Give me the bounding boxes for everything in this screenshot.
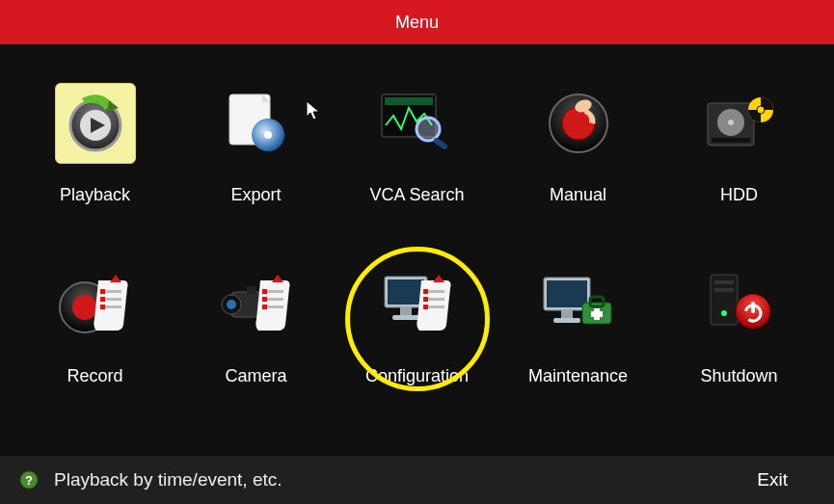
svg-rect-50 — [423, 297, 428, 302]
menu-label: Shutdown — [700, 366, 777, 386]
svg-marker-30 — [110, 275, 121, 282]
svg-rect-38 — [262, 289, 267, 294]
menu-grid: Playback Export — [0, 44, 834, 428]
svg-rect-44 — [400, 307, 412, 315]
svg-point-64 — [721, 310, 727, 316]
svg-point-21 — [757, 106, 765, 114]
svg-rect-63 — [714, 288, 734, 292]
svg-rect-9 — [385, 97, 433, 105]
svg-rect-60 — [591, 311, 603, 317]
menu-item-camera[interactable]: Camera — [175, 264, 336, 428]
manual-icon — [538, 83, 619, 164]
menu-label: VCA Search — [369, 185, 464, 205]
menu-content: Playback Export — [0, 44, 834, 456]
svg-rect-26 — [104, 305, 121, 308]
svg-point-33 — [227, 300, 236, 309]
svg-rect-24 — [104, 290, 121, 293]
status-hint-text: Playback by time/event, etc. — [54, 469, 282, 491]
menu-label: Export — [230, 185, 281, 205]
menu-label: Playback — [60, 185, 130, 205]
svg-rect-51 — [423, 305, 428, 309]
svg-rect-43 — [388, 279, 424, 305]
svg-rect-11 — [432, 137, 448, 150]
svg-rect-48 — [427, 305, 444, 308]
export-icon — [216, 83, 297, 164]
svg-rect-25 — [104, 298, 121, 301]
shutdown-icon — [699, 264, 780, 345]
help-icon: ? — [19, 470, 39, 490]
svg-point-10 — [417, 118, 440, 141]
playback-icon — [55, 83, 136, 164]
svg-rect-47 — [427, 298, 444, 301]
configuration-icon — [377, 264, 458, 345]
menu-label: Camera — [225, 366, 286, 386]
svg-rect-54 — [547, 280, 587, 307]
menu-item-vca-search[interactable]: VCA Search — [336, 83, 498, 247]
svg-rect-36 — [266, 298, 283, 301]
svg-rect-67 — [751, 302, 755, 313]
svg-rect-45 — [392, 315, 419, 320]
menu-item-shutdown[interactable]: Shutdown — [659, 264, 820, 428]
menu-label: Manual — [550, 185, 606, 205]
vca-search-icon — [377, 83, 458, 164]
svg-rect-35 — [266, 290, 283, 293]
svg-rect-29 — [100, 305, 105, 309]
svg-rect-37 — [266, 305, 283, 308]
menu-item-record[interactable]: Record — [14, 264, 175, 428]
menu-label: HDD — [720, 185, 758, 205]
menu-label: Configuration — [365, 366, 469, 386]
menu-label: Record — [67, 366, 122, 386]
menu-item-playback[interactable]: Playback — [14, 83, 175, 247]
camera-icon — [216, 264, 297, 345]
svg-rect-46 — [427, 290, 444, 293]
menu-item-configuration[interactable]: Configuration — [336, 264, 498, 428]
svg-rect-27 — [100, 289, 105, 294]
svg-rect-56 — [553, 318, 580, 323]
menu-label: Maintenance — [528, 366, 628, 386]
svg-rect-39 — [262, 297, 267, 302]
record-icon — [55, 264, 136, 345]
status-bar: ? Playback by time/event, etc. Exit — [0, 456, 834, 504]
svg-rect-55 — [561, 310, 573, 318]
exit-button[interactable]: Exit — [757, 469, 788, 491]
hdd-icon — [699, 83, 780, 164]
svg-rect-34 — [247, 286, 256, 294]
svg-text:?: ? — [25, 473, 33, 488]
svg-rect-40 — [262, 305, 267, 309]
title-bar: Menu — [0, 0, 834, 44]
menu-item-export[interactable]: Export — [175, 83, 336, 247]
svg-marker-52 — [433, 275, 444, 282]
maintenance-icon — [538, 264, 619, 345]
svg-point-23 — [72, 295, 97, 320]
svg-rect-19 — [712, 138, 750, 143]
svg-point-7 — [264, 131, 272, 139]
title-text: Menu — [395, 13, 439, 33]
menu-item-maintenance[interactable]: Maintenance — [498, 264, 659, 428]
svg-point-18 — [728, 119, 734, 125]
svg-rect-49 — [423, 289, 428, 294]
svg-rect-28 — [100, 297, 105, 302]
menu-item-manual[interactable]: Manual — [498, 83, 659, 247]
svg-rect-58 — [590, 297, 604, 306]
svg-rect-62 — [714, 280, 734, 284]
menu-item-hdd[interactable]: HDD — [659, 83, 820, 247]
svg-marker-41 — [272, 275, 283, 282]
